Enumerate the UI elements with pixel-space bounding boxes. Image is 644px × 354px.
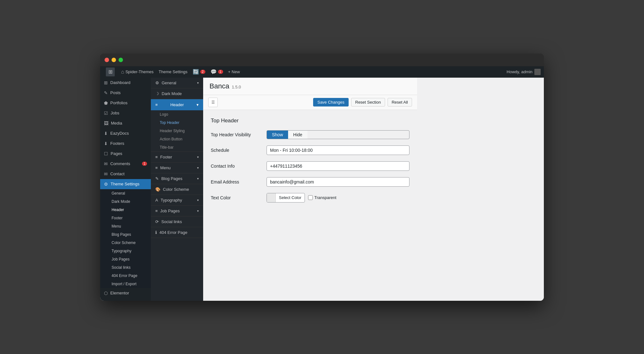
ts-job-pages-label: Job Pages xyxy=(160,209,180,213)
main-panel: Banca 1.5.0 ☰ Save Changes Reset Section… xyxy=(203,78,417,301)
ts-404-header[interactable]: ℹ 404 Error Page xyxy=(151,227,203,238)
email-input[interactable] xyxy=(267,177,409,187)
ts-logo-item[interactable]: Logo xyxy=(151,110,203,119)
toolbar-left: ☰ xyxy=(208,98,218,107)
theme-settings-bar-item[interactable]: Theme Settings xyxy=(156,66,190,78)
color-picker-button[interactable]: Select Color xyxy=(267,193,305,203)
ts-dark-mode-header[interactable]: ☽ Dark Mode xyxy=(151,88,203,99)
transparent-text: Transparent xyxy=(314,195,337,200)
ts-menu-label: Menu xyxy=(160,165,171,170)
ts-section-general: ⚙ General ▾ xyxy=(151,78,203,88)
form-row-email: Email Address xyxy=(211,177,409,187)
wp-logo-item[interactable]: ⊞ xyxy=(103,66,119,78)
submenu-menu[interactable]: Menu xyxy=(108,222,151,230)
ts-blog-label: Blog Pages xyxy=(161,176,183,181)
ts-header-styling-item[interactable]: Header Styling xyxy=(151,127,203,135)
ts-section-color: 🎨 Color Scheme xyxy=(151,184,203,195)
show-button[interactable]: Show xyxy=(267,131,288,139)
submenu-typography[interactable]: Typography xyxy=(108,247,151,255)
sidebar-item-posts[interactable]: ✎ Posts xyxy=(100,88,151,98)
text-color-control: Select Color Transparent xyxy=(267,193,409,203)
save-changes-button[interactable]: Save Changes xyxy=(313,98,348,106)
submenu-header[interactable]: Header xyxy=(108,206,151,214)
submenu-404[interactable]: 404 Error Page xyxy=(108,272,151,280)
transparent-label[interactable]: Transparent xyxy=(308,195,337,200)
ts-blog-header[interactable]: ✎ Blog Pages ▾ xyxy=(151,173,203,184)
ts-header-styling-label: Header Styling xyxy=(160,129,185,133)
sidebar-item-portfolios[interactable]: ⬟ Portfolios xyxy=(100,98,151,108)
close-btn[interactable] xyxy=(105,58,109,62)
comments-badge: 1 xyxy=(218,70,223,74)
sidebar-item-jobs[interactable]: ☑ Jobs xyxy=(100,108,151,118)
maximize-btn[interactable] xyxy=(119,58,123,62)
submenu-general[interactable]: General xyxy=(108,189,151,197)
minimize-btn[interactable] xyxy=(112,58,116,62)
sidebar-item-comments[interactable]: ✉ Comments 1 xyxy=(100,159,151,169)
ts-title-bar-item[interactable]: Title-bar xyxy=(151,143,203,151)
ts-blog-arrow: ▾ xyxy=(197,177,199,180)
color-row: Select Color Transparent xyxy=(267,193,409,203)
updates-item[interactable]: 🔄 2 xyxy=(190,66,208,78)
ts-footer-label: Footer xyxy=(160,155,172,159)
contact-input[interactable] xyxy=(267,161,409,171)
submenu-footer[interactable]: Footer xyxy=(108,214,151,222)
wp-logo-icon: ⊞ xyxy=(106,68,115,76)
ts-404-label: 404 Error Page xyxy=(159,230,187,235)
ts-general-header[interactable]: ⚙ General ▾ xyxy=(151,78,203,88)
site-name-item[interactable]: ⌂ Spider-Themes xyxy=(119,66,156,78)
contact-control xyxy=(267,161,409,171)
reset-all-button[interactable]: Reset All xyxy=(388,98,412,106)
hide-button[interactable]: Hide xyxy=(288,131,307,139)
new-item[interactable]: + New xyxy=(226,66,242,78)
sidebar-item-media[interactable]: 🖼 Media xyxy=(100,118,151,128)
ts-title-bar-label: Title-bar xyxy=(160,145,174,150)
howdy-label: Howdy, admin xyxy=(507,69,532,74)
contact-icon: ✉ xyxy=(104,171,108,177)
ts-header-label: Header xyxy=(170,102,184,107)
ts-header-arrow: ▾ xyxy=(196,102,199,107)
schedule-input[interactable] xyxy=(267,145,409,155)
ts-color-header[interactable]: 🎨 Color Scheme xyxy=(151,184,203,195)
ts-social-header[interactable]: ⟳ Social links xyxy=(151,216,203,227)
sidebar-item-elementor[interactable]: ⬡ Elementor xyxy=(100,288,151,298)
comments-bar-item[interactable]: 💬 1 xyxy=(208,66,226,78)
admin-avatar xyxy=(534,69,541,75)
sidebar-item-theme-settings[interactable]: ⚙ Theme Settings xyxy=(100,179,151,189)
submenu-typography-label: Typography xyxy=(112,249,132,253)
comments-icon: ✉ xyxy=(104,161,108,166)
submenu-blog-pages[interactable]: Blog Pages xyxy=(108,230,151,239)
ts-typography-header[interactable]: A Typography ▾ xyxy=(151,195,203,205)
submenu-social-links[interactable]: Social links xyxy=(108,263,151,272)
text-color-label: Text Color xyxy=(211,195,261,200)
transparent-checkbox[interactable] xyxy=(308,195,313,200)
ts-footer-header[interactable]: ≡ Footer ▾ xyxy=(151,152,203,162)
sidebar-item-pages[interactable]: ☐ Pages xyxy=(100,149,151,159)
sidebar-item-eazydocs[interactable]: ⬇ EazyDocs xyxy=(100,128,151,138)
dashboard-icon: ⊞ xyxy=(104,80,108,85)
ts-section-social: ⟳ Social links xyxy=(151,216,203,227)
reset-section-button[interactable]: Reset Section xyxy=(351,98,385,106)
form-row-text-color: Text Color Select Color Transparent xyxy=(211,193,409,203)
ts-job-pages-arrow: ▾ xyxy=(197,209,199,213)
ts-action-button-item[interactable]: Action Button xyxy=(151,135,203,143)
ts-top-header-item[interactable]: Top Header xyxy=(151,119,203,127)
sidebar-item-footers[interactable]: ⬇ Footers xyxy=(100,138,151,149)
submenu-job-pages[interactable]: Job Pages xyxy=(108,255,151,263)
updates-icon: 🔄 xyxy=(193,69,199,75)
ts-job-pages-header[interactable]: ≡ Job Pages ▾ xyxy=(151,206,203,216)
ts-menu-header[interactable]: ≡ Menu ▾ xyxy=(151,163,203,173)
sidebar-item-dashboard[interactable]: ⊞ Dashboard xyxy=(100,78,151,88)
ts-color-label: Color Scheme xyxy=(163,187,189,192)
right-panel xyxy=(417,78,544,301)
ts-header-header[interactable]: ≡ Header ▾ xyxy=(151,99,203,110)
sidebar-item-templates[interactable]: 📁 Templates xyxy=(100,298,151,301)
portfolios-icon: ⬟ xyxy=(104,100,108,106)
sidebar-item-contact[interactable]: ✉ Contact xyxy=(100,169,151,179)
panel-version: 1.5.0 xyxy=(232,85,241,89)
submenu-color-scheme[interactable]: Color Scheme xyxy=(108,239,151,247)
submenu-dark-mode[interactable]: Dark Mode xyxy=(108,197,151,206)
email-control xyxy=(267,177,409,187)
media-icon: 🖼 xyxy=(104,121,108,126)
submenu-import-export[interactable]: Import / Export xyxy=(108,280,151,288)
sidebar-toggle-btn[interactable]: ☰ xyxy=(208,98,218,107)
